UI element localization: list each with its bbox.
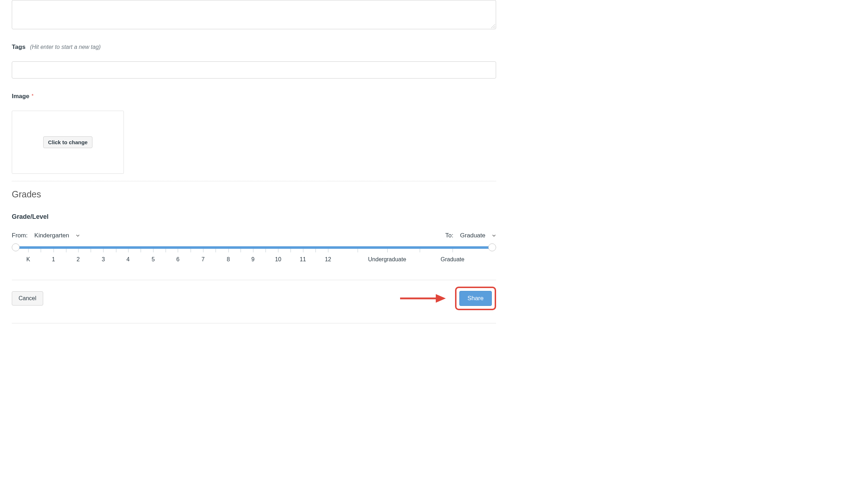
- slider-tick: [191, 249, 191, 252]
- slider-tick: [78, 249, 79, 252]
- slider-tick: [103, 249, 104, 252]
- slider-handle-from[interactable]: [12, 243, 20, 251]
- chevron-down-icon: [76, 233, 80, 238]
- grade-range-slider[interactable]: [12, 244, 496, 251]
- divider: [12, 323, 496, 323]
- slider-tick: [253, 249, 253, 252]
- slider-tick: [266, 249, 266, 252]
- slider-tick: [303, 249, 303, 252]
- slider-tick-label: 2: [76, 256, 80, 263]
- slider-tick-label: 7: [202, 256, 205, 263]
- tags-label: Tags: [12, 44, 25, 50]
- slider-tick: [178, 249, 178, 252]
- slider-tick: [41, 249, 41, 252]
- slider-tick-label: Undergraduate: [368, 256, 406, 263]
- cancel-button[interactable]: Cancel: [12, 291, 43, 306]
- slider-tick-label: 10: [275, 256, 281, 263]
- slider-tick: [291, 249, 291, 252]
- from-label: From:: [12, 232, 27, 239]
- slider-tick: [420, 249, 420, 252]
- slider-handle-to[interactable]: [488, 243, 496, 251]
- image-label: Image: [12, 93, 29, 100]
- divider: [12, 280, 496, 280]
- slider-tick: [66, 249, 66, 252]
- slider-tick: [116, 249, 116, 252]
- slider-tick: [387, 249, 388, 252]
- slider-tick-label: 8: [227, 256, 230, 263]
- from-value: Kindergarten: [34, 232, 69, 239]
- required-star-icon: *: [32, 93, 34, 99]
- slider-tick: [91, 249, 91, 252]
- from-dropdown[interactable]: Kindergarten: [34, 232, 80, 239]
- tags-input[interactable]: [12, 61, 496, 79]
- slider-tick: [28, 249, 29, 252]
- slider-tick-label: 5: [152, 256, 155, 263]
- slider-tick-label: 4: [126, 256, 130, 263]
- slider-tick-label: 3: [102, 256, 105, 263]
- slider-tick: [128, 249, 128, 252]
- slider-tick-label: 12: [325, 256, 331, 263]
- slider-tick-label: 11: [300, 256, 306, 263]
- to-dropdown[interactable]: Graduate: [460, 232, 496, 239]
- divider: [12, 181, 496, 181]
- slider-tick-label: 9: [251, 256, 254, 263]
- grades-heading: Grades: [12, 189, 496, 200]
- slider-tick: [228, 249, 229, 252]
- tags-hint: (Hit enter to start a new tag): [30, 44, 101, 50]
- resize-handle-icon: [490, 24, 495, 29]
- slider-tick-label: K: [26, 256, 30, 263]
- slider-tick-label: 1: [52, 256, 55, 263]
- svg-line-0: [491, 24, 495, 28]
- slider-tick-label: Graduate: [441, 256, 465, 263]
- slider-track: [16, 246, 492, 249]
- chevron-down-icon: [492, 233, 496, 238]
- slider-tick: [216, 249, 216, 252]
- image-preview-box: Click to change: [12, 111, 124, 174]
- slider-tick: [241, 249, 241, 252]
- slider-tick-label: 6: [176, 256, 180, 263]
- to-label: To:: [445, 232, 454, 239]
- slider-tick: [141, 249, 141, 252]
- slider-tick: [358, 249, 358, 252]
- description-textarea[interactable]: [12, 0, 496, 29]
- arrow-right-icon: [400, 293, 446, 304]
- slider-tick: [153, 249, 153, 252]
- slider-tick: [166, 249, 166, 252]
- grade-level-label: Grade/Level: [12, 213, 496, 221]
- slider-tick: [453, 249, 453, 252]
- svg-line-2: [494, 27, 495, 28]
- svg-line-1: [493, 26, 495, 28]
- svg-marker-4: [436, 294, 446, 303]
- slider-tick: [328, 249, 328, 252]
- slider-tick: [54, 249, 54, 252]
- click-to-change-button[interactable]: Click to change: [43, 136, 93, 148]
- slider-tick: [278, 249, 278, 252]
- share-button[interactable]: Share: [459, 291, 492, 306]
- slider-tick: [316, 249, 316, 252]
- share-highlight-box: Share: [455, 287, 496, 310]
- to-value: Graduate: [460, 232, 485, 239]
- slider-tick: [203, 249, 203, 252]
